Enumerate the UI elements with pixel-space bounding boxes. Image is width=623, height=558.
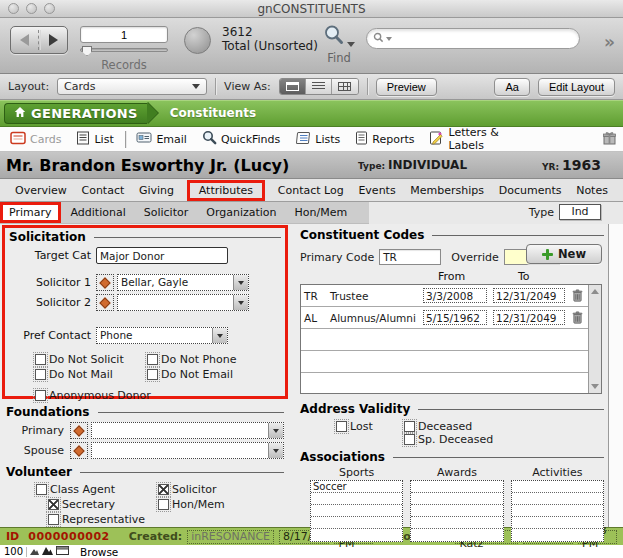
activities-cell[interactable] bbox=[512, 481, 603, 493]
tab-contact[interactable]: Contact bbox=[79, 182, 126, 199]
preview-button[interactable]: Preview bbox=[376, 78, 437, 96]
zoom-level[interactable]: 100 bbox=[4, 546, 23, 557]
pref-contact-dropdown[interactable]: Phone bbox=[96, 327, 228, 344]
checkbox-do-not-mail[interactable]: Do Not Mail bbox=[35, 368, 147, 381]
record-navigation-book[interactable] bbox=[10, 26, 68, 54]
solicitor2-dropdown[interactable] bbox=[117, 294, 249, 311]
mode-label[interactable]: Browse bbox=[80, 546, 118, 558]
code-to-field[interactable]: 12/31/2049 bbox=[493, 288, 565, 303]
window-scrollbar-track[interactable] bbox=[608, 224, 623, 527]
awards-cell[interactable] bbox=[411, 517, 502, 529]
zoom-in-icon[interactable] bbox=[42, 546, 53, 557]
solicitor2-goto-button[interactable] bbox=[96, 294, 114, 311]
subtab-hon-mem[interactable]: Hon/Mem bbox=[287, 203, 356, 222]
solicitor-checkbox[interactable] bbox=[158, 484, 169, 495]
foundations-primary-goto-button[interactable] bbox=[70, 422, 88, 439]
sports-cell[interactable]: Soccer bbox=[311, 481, 402, 493]
menu-letters-labels[interactable]: Letters & Labels bbox=[425, 126, 510, 152]
checkbox-anonymous-donor[interactable]: Anonymous Donor bbox=[35, 389, 281, 402]
awards-cell[interactable] bbox=[411, 493, 502, 505]
do-not-solicit-checkbox[interactable] bbox=[35, 354, 46, 365]
checkbox-lost[interactable]: Lost bbox=[336, 420, 400, 433]
sports-cell[interactable] bbox=[311, 493, 402, 505]
dropdown-arrow-icon[interactable] bbox=[212, 328, 227, 343]
list-view-button[interactable] bbox=[306, 79, 332, 94]
checkbox-sp-deceased[interactable]: Sp. Deceased bbox=[404, 433, 493, 446]
form-view-button[interactable] bbox=[280, 79, 306, 94]
code-row-trustee[interactable]: TR Trustee 3/3/2008 12/31/2049 bbox=[301, 285, 601, 307]
deceased-checkbox[interactable] bbox=[404, 421, 415, 432]
checkbox-do-not-solicit[interactable]: Do Not Solicit bbox=[35, 353, 147, 366]
sp-deceased-checkbox[interactable] bbox=[404, 434, 415, 445]
code-to-field[interactable]: 12/31/2049 bbox=[493, 310, 565, 325]
subtab-primary[interactable]: Primary bbox=[0, 202, 61, 223]
delete-code-button[interactable] bbox=[569, 311, 585, 324]
tab-contact-log[interactable]: Contact Log bbox=[276, 182, 346, 199]
awards-cell[interactable] bbox=[411, 481, 502, 493]
find-dropdown-caret-icon[interactable] bbox=[347, 42, 355, 47]
search-scope-caret-icon[interactable] bbox=[386, 37, 392, 41]
lost-checkbox[interactable] bbox=[336, 421, 347, 432]
do-not-phone-checkbox[interactable] bbox=[147, 354, 158, 365]
checkbox-deceased[interactable]: Deceased bbox=[404, 420, 493, 433]
record-slider-thumb[interactable] bbox=[82, 46, 92, 56]
anonymous-donor-checkbox[interactable] bbox=[35, 390, 46, 401]
foundations-spouse-goto-button[interactable] bbox=[70, 442, 88, 459]
checkbox-secretary[interactable]: Secretary bbox=[48, 498, 154, 511]
foundations-primary-dropdown[interactable] bbox=[91, 422, 284, 439]
new-code-button[interactable]: New bbox=[526, 244, 602, 264]
hon-mem-checkbox[interactable] bbox=[158, 499, 169, 510]
secretary-checkbox[interactable] bbox=[48, 499, 59, 510]
activities-cell[interactable] bbox=[512, 505, 603, 517]
code-from-field[interactable]: 3/3/2008 bbox=[423, 288, 487, 303]
checkbox-class-agent[interactable]: Class Agent bbox=[36, 483, 154, 496]
edit-layout-button[interactable]: Edit Layout bbox=[538, 78, 615, 96]
menu-email[interactable]: Email bbox=[132, 131, 191, 147]
codes-scrollbar[interactable] bbox=[588, 285, 601, 393]
table-view-button[interactable] bbox=[332, 79, 358, 94]
quick-search-input[interactable] bbox=[394, 31, 579, 47]
tab-notes[interactable]: Notes bbox=[574, 182, 610, 199]
activities-cell[interactable] bbox=[512, 529, 603, 541]
checkbox-representative[interactable]: Representative bbox=[48, 513, 154, 526]
subtab-additional[interactable]: Additional bbox=[63, 203, 134, 222]
class-agent-checkbox[interactable] bbox=[36, 484, 47, 495]
activities-list[interactable] bbox=[511, 480, 604, 542]
menu-quickfinds[interactable]: QuickFinds bbox=[198, 130, 284, 148]
find-icon[interactable] bbox=[323, 36, 345, 49]
found-set-pie-icon[interactable] bbox=[184, 27, 211, 54]
primary-code-field[interactable]: TR bbox=[379, 249, 441, 265]
awards-list[interactable] bbox=[410, 480, 503, 542]
solicitor1-goto-button[interactable] bbox=[96, 274, 114, 291]
sports-cell[interactable] bbox=[311, 529, 402, 541]
awards-cell[interactable] bbox=[411, 505, 502, 517]
checkbox-do-not-phone[interactable]: Do Not Phone bbox=[147, 353, 259, 366]
solicitor1-dropdown[interactable]: Bellar, Gayle bbox=[117, 274, 249, 291]
scroll-up-icon[interactable] bbox=[591, 289, 599, 294]
dropdown-arrow-icon[interactable] bbox=[233, 275, 248, 290]
do-not-email-checkbox[interactable] bbox=[147, 369, 158, 380]
tab-documents[interactable]: Documents bbox=[497, 182, 564, 199]
menu-reports[interactable]: Reports bbox=[351, 131, 418, 148]
subtab-organization[interactable]: Organization bbox=[198, 203, 284, 222]
menu-cards[interactable]: Cards bbox=[6, 131, 65, 148]
tab-attributes[interactable]: Attributes bbox=[187, 180, 265, 201]
tab-overview[interactable]: Overview bbox=[13, 182, 69, 199]
status-area-toggle-icon[interactable] bbox=[56, 546, 69, 557]
representative-checkbox[interactable] bbox=[48, 514, 59, 525]
code-row-alumnus[interactable]: AL Alumnus/Alumni 5/15/1962 12/31/2049 bbox=[301, 307, 601, 329]
type-field[interactable]: Ind bbox=[559, 204, 601, 220]
formatting-bar-button[interactable]: Aa bbox=[494, 78, 529, 96]
tab-events[interactable]: Events bbox=[356, 182, 397, 199]
record-slider[interactable] bbox=[80, 48, 168, 52]
checkbox-solicitor[interactable]: Solicitor bbox=[158, 483, 225, 496]
toolbar-overflow-chevron[interactable]: » bbox=[604, 32, 615, 52]
find-group[interactable]: Find bbox=[318, 24, 360, 65]
tab-memberships[interactable]: Memberships bbox=[408, 182, 486, 199]
dropdown-arrow-icon[interactable] bbox=[268, 423, 283, 438]
dropdown-arrow-icon[interactable] bbox=[233, 295, 248, 310]
do-not-mail-checkbox[interactable] bbox=[35, 369, 46, 380]
zoom-out-icon[interactable] bbox=[30, 546, 39, 557]
activities-cell[interactable] bbox=[512, 493, 603, 505]
foundations-spouse-dropdown[interactable] bbox=[91, 442, 284, 459]
